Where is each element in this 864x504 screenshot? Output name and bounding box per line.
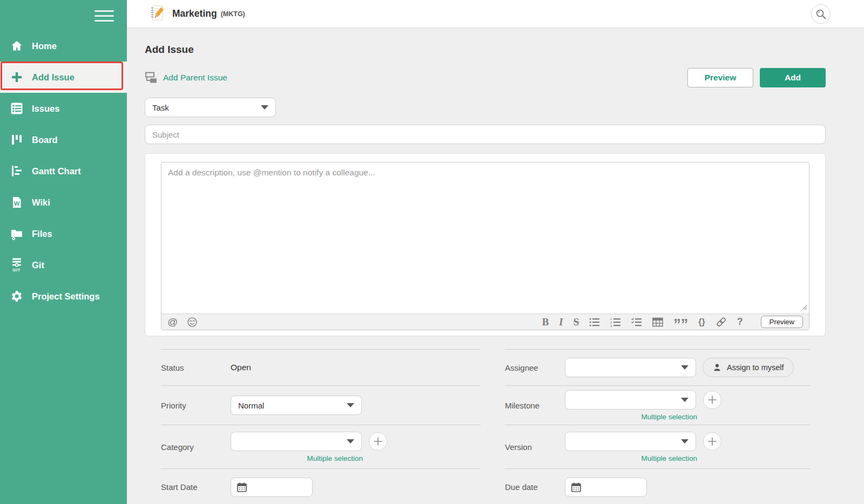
app-header: Marketing (MKTG) [127,0,864,28]
add-category-button[interactable] [369,432,387,451]
category-label: Category [161,442,231,452]
sidebar-item-project-settings[interactable]: Project Settings [0,281,127,312]
calendar-icon [237,482,247,493]
chevron-down-icon [681,398,688,402]
add-parent-issue-label: Add Parent Issue [163,73,227,83]
plus-icon [373,437,383,446]
code-braces-icon[interactable]: {} [698,316,705,329]
link-icon[interactable] [716,316,727,329]
wiki-icon: W [9,194,24,210]
version-select[interactable] [565,432,696,451]
project-key: (MKTG) [221,10,245,18]
sidebar-item-files[interactable]: Files [0,218,127,249]
priority-label: Priority [161,401,231,410]
assignee-label: Assignee [505,363,565,372]
mention-icon[interactable]: @ [167,316,178,329]
numbered-list-icon[interactable]: 1 2 3 [610,316,621,329]
italic-icon[interactable]: I [559,316,563,329]
git-badge-label: GIT [12,268,21,273]
search-button[interactable] [811,4,831,24]
fields-right-column: Assignee Assign to myself Mileston [505,349,810,504]
add-parent-issue-link[interactable]: Add Parent Issue [145,72,227,84]
sidebar-item-label: Files [32,229,52,239]
sidebar-item-label: Issues [32,104,59,114]
add-version-button[interactable] [703,432,721,451]
calendar-icon [571,482,582,493]
sidebar-item-gantt-chart[interactable]: Gantt Chart [0,155,127,187]
bullet-list-icon[interactable] [589,316,600,329]
version-row: Version Multiple selection [505,425,810,468]
description-card: Add a description, use @mention to notif… [145,153,826,336]
fields-left-column: Status Open Priority Normal Category [161,349,481,504]
status-value: Open [231,363,251,372]
milestone-row: Milestone Multiple selection [505,385,810,425]
sidebar-item-label: Gantt Chart [32,166,81,176]
issue-type-select[interactable]: Task [145,98,276,117]
board-icon [9,132,24,148]
parent-issue-icon [145,72,158,84]
priority-value: Normal [238,401,264,410]
gear-icon [9,288,24,304]
sidebar-item-wiki[interactable]: W Wiki [0,187,127,218]
version-multiple-selection-link[interactable]: Multiple selection [565,454,697,462]
plus-icon [707,437,717,446]
chevron-down-icon [681,365,688,370]
editor-toolbar: @ B I S [161,314,809,330]
sidebar-item-label: Wiki [32,197,50,208]
help-icon[interactable]: ? [737,316,743,329]
start-date-label: Start Date [161,482,231,492]
gantt-icon [9,163,24,179]
priority-select[interactable]: Normal [231,396,362,415]
milestone-label: Milestone [505,401,565,410]
milestone-select[interactable] [565,390,696,410]
check-list-icon[interactable] [631,316,642,329]
preview-button[interactable]: Preview [687,68,753,87]
emoji-icon[interactable] [187,316,198,329]
resize-handle[interactable] [800,303,807,312]
assignee-select[interactable] [565,358,696,377]
category-multiple-selection-link[interactable]: Multiple selection [231,454,363,462]
quote-icon[interactable]: ”” [673,316,688,329]
milestone-multiple-selection-link[interactable]: Multiple selection [565,413,697,421]
sidebar: Home Add Issue Issues [0,0,127,504]
sidebar-item-board[interactable]: Board [0,124,127,155]
assign-to-myself-button[interactable]: Assign to myself [703,358,794,377]
issues-list-icon [9,100,24,117]
sidebar-item-git[interactable]: GIT Git [0,249,127,281]
svg-text:W: W [14,200,20,207]
strikethrough-icon[interactable]: S [573,316,579,329]
start-date-input[interactable] [231,478,313,497]
description-textarea[interactable]: Add a description, use @mention to notif… [161,162,809,314]
add-issue-page: Add Issue Add Parent Issue Preview Add T… [127,28,864,504]
due-date-input[interactable] [565,478,647,497]
svg-text:1: 1 [610,317,612,321]
add-button[interactable]: Add [760,68,826,87]
home-icon [9,38,24,54]
sidebar-item-add-issue[interactable]: Add Issue [0,62,127,93]
svg-text:2: 2 [610,321,612,324]
bold-icon[interactable]: B [542,316,549,329]
search-icon [815,8,827,20]
git-icon: GIT [9,257,24,273]
sidebar-item-issues[interactable]: Issues [0,93,127,124]
hamburger-menu-icon[interactable] [94,7,114,25]
due-date-label: Due date [505,482,565,492]
sidebar-item-label: Board [32,135,58,145]
category-row: Category Multiple selection [161,425,481,468]
sidebar-item-home[interactable]: Home [0,30,127,62]
chevron-down-icon [347,403,354,407]
table-icon[interactable] [652,316,663,329]
category-select[interactable] [231,432,362,451]
issue-type-value: Task [152,103,169,112]
chevron-down-icon [261,105,268,110]
description-placeholder: Add a description, use @mention to notif… [168,168,375,177]
subject-input[interactable] [145,125,826,144]
plus-icon [9,69,24,85]
sidebar-item-label: Home [32,41,57,51]
start-date-row: Start Date [161,468,481,504]
project-name: Marketing [172,8,217,19]
assignee-row: Assignee Assign to myself [505,349,810,385]
add-milestone-button[interactable] [703,391,721,409]
editor-preview-button[interactable]: Preview [761,316,803,328]
status-row: Status Open [161,349,481,385]
